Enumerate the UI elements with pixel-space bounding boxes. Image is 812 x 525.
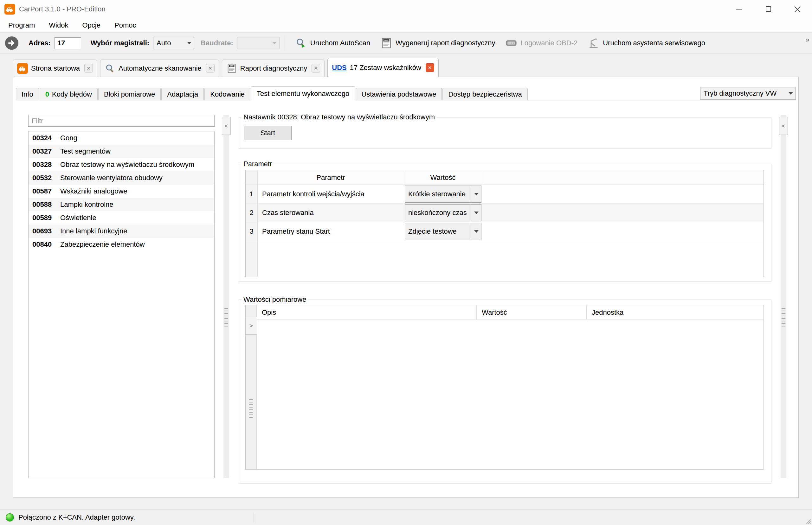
toolbar-separator <box>285 36 285 50</box>
actuator-list: 00324Gong00327Test segmentów00328Obraz t… <box>28 131 215 478</box>
parameter-value-select[interactable]: nieskończony czas <box>405 204 481 221</box>
chevron-down-icon <box>471 223 481 240</box>
close-tab-icon[interactable]: ✕ <box>311 64 320 73</box>
detail-panel: Nastawnik 00328: Obraz testowy na wyświe… <box>239 113 771 491</box>
tab-label: Strona startowa <box>31 64 80 73</box>
doc-tab-17-zestaw-wskaznikow[interactable]: UDS17 Zestaw wskaźników✕ <box>328 58 438 77</box>
chevron-down-icon <box>270 38 279 49</box>
parameter-group-title: Parametr <box>242 160 274 168</box>
actuator-name: Wskaźniki analogowe <box>56 187 127 195</box>
collapse-left-button[interactable]: < <box>222 117 231 135</box>
doc-tab-automatyczne-skanowanie[interactable]: Automatyczne skanowanie✕ <box>100 60 219 77</box>
obd2-login-button: Logowanie OBD-2 <box>500 34 582 51</box>
actuator-name: Inne lampki funkcyjne <box>56 227 127 235</box>
splitter-grip-icon[interactable] <box>782 308 785 327</box>
list-item[interactable]: 00532Sterowanie wentylatora obudowy <box>29 171 214 185</box>
list-item[interactable]: 00588Lampki kontrolne <box>29 198 214 211</box>
statusbar-separator <box>253 512 254 523</box>
right-splitter[interactable]: < <box>779 115 788 478</box>
bus-value: Auto <box>157 39 185 47</box>
measured-values-group: Wartości pomiarowe > Opis Wartość Jednos… <box>239 296 771 483</box>
bus-select[interactable]: Auto <box>153 37 194 49</box>
list-item[interactable]: 00327Test segmentów <box>29 145 214 158</box>
close-tab-icon[interactable]: ✕ <box>206 64 215 73</box>
tab-label: Adaptacja <box>167 90 198 99</box>
column-header-wartosc: Wartość <box>477 305 587 319</box>
service-assistant-icon <box>588 37 600 49</box>
window-controls <box>725 0 812 18</box>
tab-ustawienia-podstawowe[interactable]: Ustawienia podstawowe <box>356 88 442 100</box>
maximize-button[interactable] <box>754 0 783 18</box>
tab-adaptacja[interactable]: Adaptacja <box>161 88 204 100</box>
tab-label: Kody błędów <box>52 90 92 99</box>
minimize-button[interactable] <box>725 0 754 18</box>
inner-tabs: Info0Kody błędówBloki pomiaroweAdaptacja… <box>16 87 796 100</box>
actuator-code: 00588 <box>29 200 56 209</box>
tab-kodowanie[interactable]: Kodowanie <box>204 88 250 100</box>
left-splitter[interactable]: < <box>222 115 231 478</box>
report-label: Wygeneruj raport diagnostyczny <box>395 39 495 47</box>
tab-kody-bledow[interactable]: 0Kody błędów <box>40 88 98 100</box>
menu-widok[interactable]: Widok <box>42 19 75 31</box>
list-item[interactable]: 00589Oświetlenie <box>29 211 214 225</box>
connect-go-button[interactable] <box>4 36 19 50</box>
list-item[interactable]: 00328Obraz testowy na wyświetlaczu środk… <box>29 158 214 171</box>
doc-tab-strona-startowa[interactable]: Strona startowa✕ <box>13 60 97 77</box>
list-item[interactable]: 00324Gong <box>29 131 214 145</box>
row-filler <box>482 222 764 241</box>
measured-values-title: Wartości pomiarowe <box>242 296 308 304</box>
actuator-name: Test segmentów <box>56 147 111 155</box>
splitter-grip-icon[interactable] <box>249 399 253 418</box>
expand-measure-button[interactable]: > <box>246 317 257 335</box>
titlebar: CarPort 3.1.0 - PRO-Edition <box>0 0 812 18</box>
close-tab-icon[interactable]: ✕ <box>426 63 434 72</box>
combo-value: Krótkie sterowanie <box>408 190 471 198</box>
parameter-value-select[interactable]: Krótkie sterowanie <box>405 185 481 202</box>
tab-label: 17 Zestaw wskaźników <box>350 64 421 72</box>
filter-input[interactable] <box>28 115 215 127</box>
autoscan-button[interactable]: Uruchom AutoScan <box>290 34 376 51</box>
menubar: ProgramWidokOpcjePomoc <box>0 18 812 32</box>
menu-pomoc[interactable]: Pomoc <box>107 19 143 31</box>
report-button[interactable]: OBD Wygeneruj raport diagnostyczny <box>375 34 500 51</box>
toolbar-overflow-chevron[interactable]: » <box>806 36 810 44</box>
tab-dostep-bezpieczenstwa[interactable]: Dostęp bezpieczeństwa <box>443 88 527 100</box>
actuator-code: 00587 <box>29 187 56 195</box>
service-assistant-button[interactable]: Uruchom asystenta serwisowego <box>582 34 710 51</box>
parameter-value-cell: Zdjęcie testowe <box>404 222 482 241</box>
close-button[interactable] <box>783 0 812 18</box>
tab-info[interactable]: Info <box>16 88 39 100</box>
status-text: Połączono z K+CAN. Adapter gotowy. <box>18 513 135 522</box>
resize-grip-icon[interactable] <box>803 516 811 524</box>
error-count-badge: 0 <box>45 90 49 99</box>
splitter-grip-icon[interactable] <box>224 308 228 327</box>
doc-tab-raport-diagnostyczny[interactable]: OBDRaport diagnostyczny✕ <box>222 60 325 77</box>
row-number: 3 <box>246 222 258 241</box>
actuator-code: 00693 <box>29 227 56 235</box>
menu-program[interactable]: Program <box>1 19 42 31</box>
svg-text:OBD: OBD <box>230 65 234 67</box>
actuator-code: 00589 <box>29 214 56 222</box>
row-number: 1 <box>246 185 258 203</box>
parameter-value-select[interactable]: Zdjęcie testowe <box>405 223 481 240</box>
menu-opcje[interactable]: Opcje <box>75 19 107 31</box>
row-number: 2 <box>246 204 258 222</box>
tab-label: Automatyczne skanowanie <box>118 64 202 73</box>
list-item[interactable]: 00693Inne lampki funkcyjne <box>29 225 214 238</box>
address-input[interactable] <box>55 38 81 49</box>
tab-test-elementu-wykonawczego[interactable]: Test elementu wykonawczego <box>251 87 355 100</box>
list-item[interactable]: 00587Wskaźniki analogowe <box>29 185 214 198</box>
collapse-right-button[interactable]: < <box>779 117 788 135</box>
diagnostic-mode-select[interactable]: Tryb diagnostyczny VW <box>700 87 796 100</box>
close-tab-icon[interactable]: ✕ <box>84 64 93 73</box>
list-item[interactable]: 00840Zabezpieczenie elementów <box>29 238 214 251</box>
diagnostic-mode-value: Tryb diagnostyczny VW <box>704 89 786 97</box>
svg-text:OBD: OBD <box>385 40 389 42</box>
parameter-name: Parametry stanu Start <box>258 222 404 241</box>
chevron-down-icon <box>471 205 481 221</box>
actuator-name: Sterowanie wentylatora obudowy <box>56 174 163 182</box>
tab-bloki-pomiarowe[interactable]: Bloki pomiarowe <box>98 88 161 100</box>
tab-label: Kodowanie <box>210 90 245 99</box>
start-button[interactable]: Start <box>244 126 292 140</box>
parameter-row: 2Czas sterowanianieskończony czas <box>246 204 764 222</box>
